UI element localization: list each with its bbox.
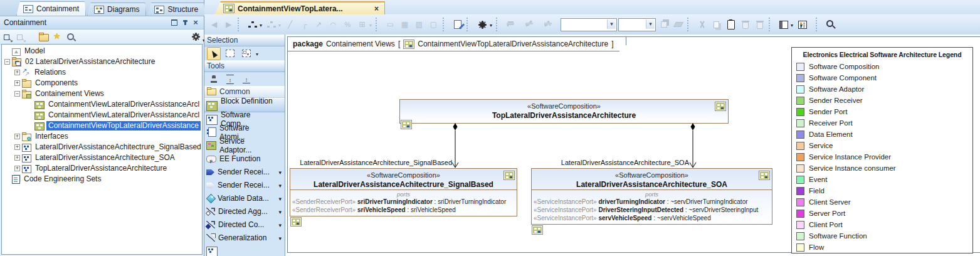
hyperlink-diagram-icon[interactable]	[715, 102, 726, 111]
tree-item-lateral-soa[interactable]: LateralDriverAssistanceArchitecture_SOA	[2, 152, 202, 163]
close-tab-icon[interactable]: ×	[372, 4, 381, 13]
hyperlink-diagram-icon[interactable]	[759, 171, 770, 180]
toolbox-item-dropdown-icon[interactable]	[278, 168, 283, 176]
toolbox-item-variable-data[interactable]: Variable Data...	[204, 191, 285, 205]
font-color-button[interactable]	[541, 17, 556, 32]
tree-expander-icon[interactable]	[4, 48, 10, 54]
curved-path-button[interactable]	[326, 17, 340, 32]
port-entry[interactable]: «SenderReceiverPort» sriDriverTurningInd…	[290, 198, 517, 206]
port-entry[interactable]: «ServiceInstancePort» driverTurningIndic…	[532, 198, 772, 206]
autosize-button[interactable]	[383, 17, 398, 32]
tree-item-top-lateral[interactable]: TopLateralDriverAssistanceArchitecture	[2, 163, 202, 174]
zoom-search-button[interactable]	[823, 17, 838, 32]
toolbox-section-tools[interactable]: Tools	[204, 60, 285, 72]
sticky-tool-button[interactable]	[207, 73, 221, 86]
tree-expander-icon[interactable]	[4, 59, 10, 65]
layout-button[interactable]	[245, 17, 260, 32]
block-top-lateral-driver-assistance-architecture[interactable]: «SoftwareComposition» TopLateralDriverAs…	[399, 99, 729, 124]
toolbox-item-generalization[interactable]: Generalization	[204, 231, 285, 244]
attach-path-button[interactable]	[355, 17, 369, 32]
erase-style-button[interactable]	[671, 17, 685, 32]
toolbox-item-sender-receiver-port[interactable]: Sender Recei...	[204, 165, 285, 178]
cut-button[interactable]	[695, 17, 709, 32]
block-lateral-driver-assistance-soa[interactable]: «SoftwareComposition» LateralDriverAssis…	[531, 168, 772, 225]
tree-expander-icon[interactable]	[14, 91, 20, 97]
selection-dropdown-icon[interactable]	[256, 49, 258, 58]
tree-item-containmentview-lateral-2[interactable]: ContainmentViewLateralDriverAssistanceAr…	[2, 110, 202, 120]
toolbox-item-dropdown-icon[interactable]	[278, 220, 283, 229]
vertical-spread-button[interactable]	[223, 73, 237, 86]
quick-layout-button[interactable]	[264, 17, 278, 32]
select-tool-button[interactable]	[207, 47, 221, 60]
forward-button[interactable]	[221, 17, 236, 32]
tree-expander-icon[interactable]	[14, 134, 20, 139]
show-hide-diagram-parts-button[interactable]	[776, 17, 791, 32]
tree-item-02-lateraldriverassistancearchitecture[interactable]: 02 LateralDriverAssistanceArchitecture	[2, 56, 202, 67]
copy-button[interactable]	[709, 17, 724, 32]
tree-expander-icon[interactable]	[14, 155, 20, 161]
tree-expander-icon[interactable]	[14, 70, 20, 75]
diagram-canvas[interactable]: package Containement Views [ Containment…	[285, 35, 980, 256]
draw-path-button[interactable]	[283, 17, 297, 32]
tree-item-model[interactable]: Model	[2, 46, 202, 56]
tree-expander-icon[interactable]	[27, 102, 33, 107]
tree-item-containement-views[interactable]: Containement Views	[2, 88, 202, 99]
hyperlink-diagram-icon[interactable]	[503, 171, 515, 180]
tree-item-containmentview-lateral-1[interactable]: ContainmentViewLateralDriverAssistanceAr…	[2, 99, 202, 110]
font-family-combo[interactable]	[561, 18, 617, 31]
tree-item-code-engineering-sets[interactable]: Code Engineering Sets	[2, 174, 202, 184]
diagram-shortcut-icon[interactable]	[532, 225, 543, 235]
image-shape-button[interactable]	[412, 17, 426, 32]
diagram-frame-header[interactable]: package Containement Views [ Containment…	[287, 36, 626, 51]
close-panel-icon[interactable]	[191, 19, 200, 27]
dependency-checker-button[interactable]	[450, 17, 465, 32]
toolbox-item-service-adaptor[interactable]: Service Adaptor...	[204, 139, 285, 152]
tree-item-containmentview-top-lateral[interactable]: ContainmentViewTopLateralDriverAssistanc…	[2, 120, 202, 131]
toolbox-item-dropdown-icon[interactable]	[278, 207, 283, 216]
marquee-select-button[interactable]	[223, 47, 237, 60]
diagram-shortcut-icon[interactable]	[290, 217, 302, 227]
font-size-combo[interactable]	[618, 18, 656, 31]
toolbox-item-dropdown-icon[interactable]	[278, 181, 283, 189]
pin-panel-icon[interactable]	[181, 19, 189, 27]
tree-expander-icon[interactable]	[4, 176, 10, 182]
toolbox-section-selection[interactable]: Selection	[204, 35, 285, 46]
delete-from-model-button[interactable]	[752, 17, 767, 32]
diagram-properties-button[interactable]	[795, 17, 809, 32]
tab-diagrams[interactable]: Diagrams	[87, 3, 146, 16]
diagram-options-button[interactable]	[475, 17, 490, 32]
rectilinear-path-button[interactable]	[297, 17, 312, 32]
port-entry[interactable]: «ServiceInstancePort» DriverSteeringInpu…	[532, 206, 772, 214]
tree-item-lateral-signalbased[interactable]: LateralDriverAssistanceAchitectrure_Sign…	[2, 142, 202, 152]
connector-role-label-right[interactable]: LateralDriverAssistanceArchitecture_SOA	[536, 159, 689, 167]
toolbox-item-directed-composition[interactable]: Directed Co...	[204, 218, 285, 231]
path-break-button[interactable]	[340, 17, 355, 32]
quick-find-button[interactable]	[66, 33, 75, 41]
open-in-new-tree-button[interactable]	[39, 34, 49, 41]
toolbox-item-directed-aggregation[interactable]: Directed Agg...	[204, 205, 285, 218]
toolbox-item-sender-receiver-interface[interactable]: Sender Recei...	[204, 178, 285, 191]
collapse-selected-button[interactable]	[16, 33, 25, 41]
diagram-tab-active[interactable]: ContainmentViewTopLatera... ×	[214, 1, 385, 14]
oblique-path-button[interactable]	[312, 17, 326, 32]
line-color-button[interactable]	[522, 17, 537, 32]
tab-structure[interactable]: Structure	[147, 3, 205, 16]
port-entry[interactable]: «SenderReceiverPort» sriVehicleSpeed : s…	[290, 206, 517, 214]
port-entry[interactable]: «ServiceInstancePort» servVehicleSpeed :…	[532, 214, 772, 222]
tree-item-relations[interactable]: Relations	[2, 67, 202, 78]
toolbox-item-partial[interactable]	[204, 244, 285, 256]
collapse-all-button[interactable]	[3, 33, 12, 41]
fill-color-button[interactable]	[503, 17, 518, 32]
back-button[interactable]	[207, 17, 221, 32]
multi-select-button[interactable]	[240, 47, 253, 60]
diagram-shortcut-icon[interactable]	[401, 120, 412, 129]
reset-shape-button[interactable]	[426, 17, 441, 32]
delete-button[interactable]	[738, 17, 752, 32]
tree-expander-icon[interactable]	[27, 123, 33, 129]
tree-item-components[interactable]: Components	[2, 78, 202, 88]
tree-expander-icon[interactable]	[27, 112, 33, 118]
vertical-join-button[interactable]	[240, 73, 253, 86]
favorites-button[interactable]	[53, 33, 62, 41]
block-lateral-driver-assistance-signalbased[interactable]: «SoftwareComposition» LateralDriverAssis…	[290, 168, 517, 216]
tree-item-interfaces[interactable]: Interfaces	[2, 131, 202, 142]
